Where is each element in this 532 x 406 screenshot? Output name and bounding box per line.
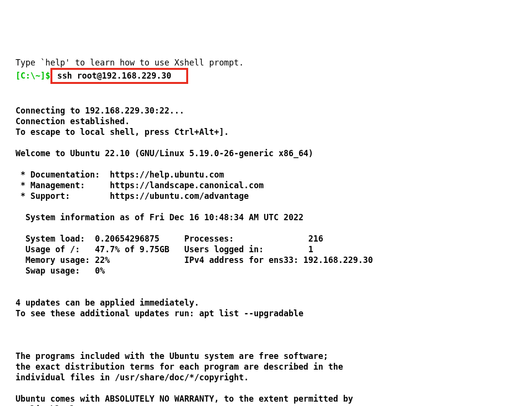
conn-line-1: Connecting to 192.168.229.30:22...	[16, 106, 184, 115]
mgmt-link-line: * Management: https://landscape.canonica…	[16, 180, 264, 190]
legal-line-2: the exact distribution terms for each pr…	[16, 362, 343, 372]
stats-row-3: Memory usage: 22% IPv4 address for ens33…	[16, 255, 373, 265]
intro-line: Type `help' to learn how to use Xshell p…	[16, 58, 244, 67]
welcome-line: Welcome to Ubuntu 22.10 (GNU/Linux 5.19.…	[16, 148, 313, 158]
local-prompt: [C:\~]$	[16, 71, 50, 81]
terminal[interactable]: Type `help' to learn how to use Xshell p…	[0, 43, 532, 406]
conn-line-3: To escape to local shell, press Ctrl+Alt…	[16, 127, 229, 137]
legal-line-1: The programs included with the Ubuntu sy…	[16, 351, 328, 361]
updates-line-2: To see these additional updates run: apt…	[16, 309, 304, 318]
highlighted-ssh-command: ssh root@192.168.229.30	[50, 68, 188, 84]
stats-row-1: System load: 0.20654296875 Processes: 21…	[16, 234, 323, 244]
support-link-line: * Support: https://ubuntu.com/advantage	[16, 191, 249, 201]
sysinfo-header: System information as of Fri Dec 16 10:4…	[16, 212, 304, 222]
stats-row-4: Swap usage: 0%	[16, 266, 105, 276]
stats-row-2: Usage of /: 47.7% of 9.75GB Users logged…	[16, 244, 313, 254]
legal-line-3: individual files in /usr/share/doc/*/cop…	[16, 373, 249, 382]
conn-line-2: Connection established.	[16, 116, 129, 126]
updates-line-1: 4 updates can be applied immediately.	[16, 298, 199, 308]
doc-link-line: * Documentation: https://help.ubuntu.com	[16, 170, 224, 179]
legal-line-4: Ubuntu comes with ABSOLUTELY NO WARRANTY…	[16, 394, 353, 404]
